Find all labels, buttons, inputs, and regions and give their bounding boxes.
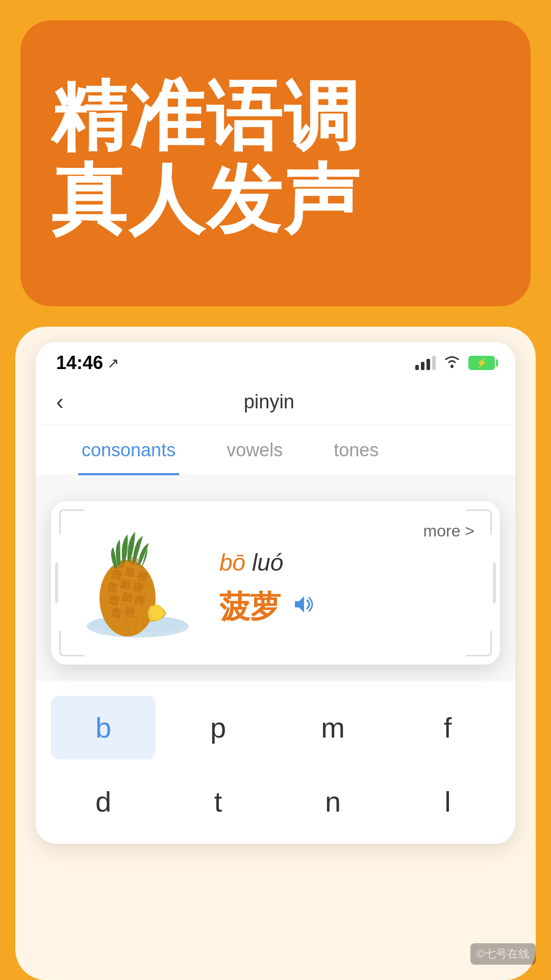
tab-vowels[interactable]: vowels [201,425,308,475]
consonant-d[interactable]: d [51,770,156,834]
word-card: more > [51,501,500,665]
hero-card: 精准语调 真人发声 [20,20,531,306]
signal-icon [415,356,436,370]
consonant-m[interactable]: m [281,696,385,760]
page-title: pinyin [84,391,454,413]
tabs-bar: consonants vowels tones [36,425,515,476]
wifi-icon [443,354,461,372]
corner-br [466,631,492,656]
consonant-section: b p m f d t [36,680,515,844]
chinese-characters: 菠萝 [219,586,281,628]
navigation-bar: ‹ pinyin [36,379,515,425]
status-bar: 14:46 ↗ [36,342,515,379]
scroll-indicator-left [55,562,58,603]
corner-tl [59,509,85,535]
consonant-p[interactable]: p [166,696,270,760]
scroll-indicator-right [493,562,496,603]
speaker-icon[interactable] [291,592,317,622]
status-time: 14:46 [56,352,103,374]
pineapple-illustration [71,532,204,644]
location-arrow-icon: ↗ [107,355,119,372]
consonant-b[interactable]: b [51,696,156,760]
battery-icon: ⚡ [468,356,495,370]
consonant-l[interactable]: l [395,770,500,834]
phone-card-background: 14:46 ↗ [15,327,536,980]
more-link[interactable]: more > [423,522,474,541]
tab-consonants[interactable]: consonants [56,425,201,475]
status-icons: ⚡ [415,354,495,372]
back-button[interactable]: ‹ [56,389,64,414]
consonant-grid: b p m f d t [51,696,500,834]
pinyin-display: bō luó [219,549,480,576]
phone-screen: 14:46 ↗ [36,342,515,844]
svg-point-24 [151,604,163,621]
card-content: bō luó 菠萝 [71,532,480,644]
svg-point-0 [450,365,454,368]
consonant-t[interactable]: t [166,770,270,834]
consonant-n[interactable]: n [281,770,385,834]
headline-line1: 精准语调 [51,75,500,158]
pinyin-first: bō [219,549,245,576]
tab-tones[interactable]: tones [308,425,404,475]
chinese-word: 菠萝 [219,586,480,628]
pinyin-second: luó [252,549,283,576]
headline-line2: 真人发声 [51,158,500,241]
watermark: ©七号在线 [470,943,536,965]
consonant-f[interactable]: f [395,696,500,760]
word-info: bō luó 菠萝 [204,549,480,628]
